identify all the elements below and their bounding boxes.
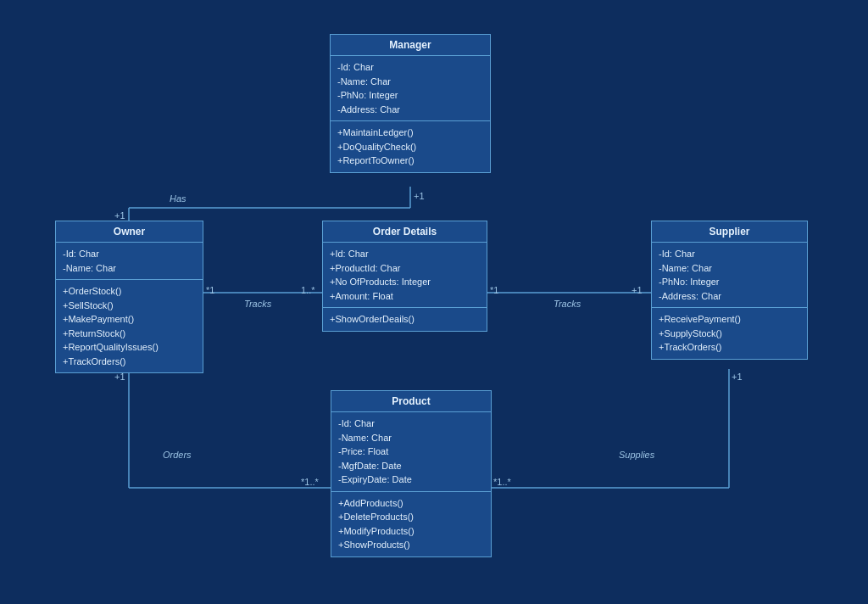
product-attributes: -Id: Char -Name: Char -Price: Float -Mgf… bbox=[331, 412, 491, 492]
mult-owner-top: +1 bbox=[114, 210, 125, 221]
product-methods: +AddProducts() +DeleteProducts() +Modify… bbox=[331, 492, 491, 556]
mult-supplier-bottom: +1 bbox=[732, 372, 743, 382]
manager-methods: +MaintainLedger() +DoQualityCheck() +Rep… bbox=[331, 121, 490, 172]
mult-orderdetails-left: 1..* bbox=[301, 285, 315, 295]
mult-orderdetails-right: *1 bbox=[490, 285, 498, 295]
tracks-left-label: Tracks bbox=[244, 299, 271, 309]
mult-product-right: *1..* bbox=[493, 477, 511, 487]
supplier-attributes: -Id: Char -Name: Char -PhNo: Integer -Ad… bbox=[652, 243, 807, 308]
order-details-class: Order Details +Id: Char +ProductId: Char… bbox=[322, 221, 487, 332]
manager-class: Manager -Id: Char -Name: Char -PhNo: Int… bbox=[330, 34, 491, 173]
supplier-methods: +ReceivePayment() +SupplyStock() +TrackO… bbox=[652, 308, 807, 359]
supplies-label: Supplies bbox=[619, 450, 654, 460]
order-details-methods: +ShowOrderDeails() bbox=[323, 308, 487, 331]
owner-class: Owner -Id: Char -Name: Char +OrderStock(… bbox=[55, 221, 203, 373]
mult-supplier-left: +1 bbox=[632, 285, 643, 295]
manager-attributes: -Id: Char -Name: Char -PhNo: Integer -Ad… bbox=[331, 56, 490, 121]
diagram-container: Manager -Id: Char -Name: Char -PhNo: Int… bbox=[0, 0, 868, 604]
has-label: Has bbox=[170, 193, 186, 204]
owner-methods: +OrderStock() +SellStock() +MakePayment(… bbox=[56, 280, 203, 372]
mult-owner-bottom: +1 bbox=[114, 372, 125, 382]
order-details-attributes: +Id: Char +ProductId: Char +No OfProduct… bbox=[323, 243, 487, 308]
orders-label: Orders bbox=[163, 450, 192, 460]
product-class: Product -Id: Char -Name: Char -Price: Fl… bbox=[331, 390, 492, 557]
product-title: Product bbox=[331, 391, 491, 412]
tracks-right-label: Tracks bbox=[554, 299, 581, 309]
mult-owner-right: *1 bbox=[206, 285, 214, 295]
mult-product-left: *1..* bbox=[301, 477, 319, 487]
supplier-class: Supplier -Id: Char -Name: Char -PhNo: In… bbox=[651, 221, 808, 360]
owner-attributes: -Id: Char -Name: Char bbox=[56, 243, 203, 280]
owner-title: Owner bbox=[56, 221, 203, 243]
mult-manager-1: +1 bbox=[414, 191, 425, 201]
manager-title: Manager bbox=[331, 35, 490, 56]
supplier-title: Supplier bbox=[652, 221, 807, 243]
order-details-title: Order Details bbox=[323, 221, 487, 243]
